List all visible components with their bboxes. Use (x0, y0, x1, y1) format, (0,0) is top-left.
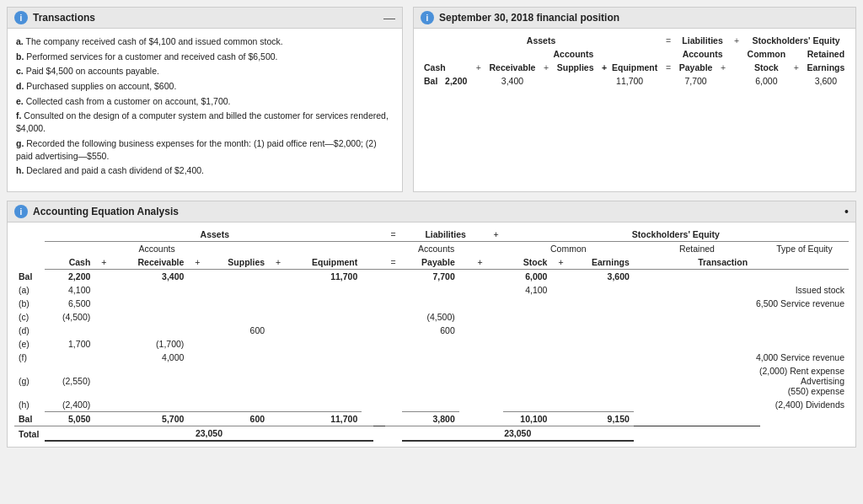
eq-e-cash: 1,700 (45, 337, 94, 351)
transactions-info-icon: i (14, 11, 28, 24)
accounting-equation-title: Accounting Equation Analysis (33, 206, 179, 217)
eq-f-label: (f) (14, 351, 45, 364)
transaction-h: h. Declared and paid a cash dividend of … (16, 164, 394, 177)
eq-row-h: (h) (2,400) (14, 398, 849, 412)
eq-common-label: Common (503, 242, 634, 256)
eq-c-payable: (4,500) (402, 310, 459, 324)
eq-f-type: 4,000 Service revenue (694, 351, 849, 364)
eq-bal2-label: Bal (14, 412, 45, 426)
eq-bal-label: Bal (14, 270, 45, 284)
eq-se-header: Stockholders' Equity (503, 228, 849, 242)
eq-col-headers: Cash + Receivable + Supplies + Equipment… (14, 255, 849, 270)
eq-bal2-cash: 5,050 (45, 412, 94, 426)
eq-supplies-col-header: Supplies (206, 255, 269, 270)
eq-d-payable: 600 (402, 324, 459, 337)
eq-row-c: (c) (4,500) (4, (14, 310, 849, 324)
eq-bal-stock: 6,000 (503, 270, 552, 284)
transaction-b: b. Performed services for a customer and… (16, 51, 394, 63)
eq-h-label: (h) (14, 398, 45, 412)
fin-bal-receivable: 3,400 (485, 74, 539, 88)
financial-position-header: i September 30, 2018 financial position (414, 8, 855, 29)
eq-row-f: (f) 4,000 (14, 351, 849, 364)
eq-bal2-equipment: 11,700 (287, 412, 362, 426)
financial-title: September 30, 2018 financial position (439, 12, 619, 24)
fin-cash-col: Cash (421, 61, 472, 74)
fin-supplies-col: Supplies (553, 61, 598, 74)
eq-row-a: (a) 4,100 (14, 283, 849, 297)
accounting-equation-panel: i Accounting Equation Analysis • Assets … (7, 201, 856, 448)
eq-main-header: Assets = Liabilities + Stockholders' Equ… (14, 228, 849, 242)
accounting-equation-header: i Accounting Equation Analysis • (8, 201, 855, 223)
bottom-panels: i Accounting Equation Analysis • Assets … (7, 201, 856, 448)
eq-bal-supplies (206, 270, 269, 284)
eq-c-cash: (4,500) (45, 310, 94, 324)
equation-table: Assets = Liabilities + Stockholders' Equ… (14, 228, 849, 442)
fin-bal-stock: 6,000 (743, 74, 790, 88)
fin-eq-sign: = (662, 34, 675, 47)
eq-retained-label: Retained (634, 242, 760, 256)
fin-header-row2: Accounts Accounts Common Retained (421, 47, 849, 61)
eq-g-cash: (2,550) (45, 364, 94, 398)
equation-info-icon: i (14, 205, 28, 218)
eq-bal2-payable: 3,800 (402, 412, 459, 426)
eq-h-cash: (2,400) (45, 398, 94, 412)
equation-wrapper: i Accounting Equation Analysis • Assets … (7, 201, 856, 448)
eq-bal-type (694, 270, 849, 284)
eq-e-type (694, 337, 849, 351)
eq-transaction-col-header: Transaction (694, 255, 849, 270)
fin-accounts-label (421, 47, 485, 61)
eq-a-cash: 4,100 (45, 283, 94, 297)
transactions-title: Transactions (33, 12, 95, 24)
eq-bal2-type (694, 412, 849, 426)
eq-f-receivable: 4,000 (113, 351, 188, 364)
eq-bal-row-1: Bal 2,200 3,400 11,700 (14, 270, 849, 284)
eq-bal2-earnings: 9,150 (571, 412, 634, 426)
eq-bal-payable: 7,700 (402, 270, 459, 284)
eq-liabilities-header: Liabilities (402, 228, 490, 242)
eq-g-label: (g) (14, 364, 45, 398)
equation-body: Assets = Liabilities + Stockholders' Equ… (8, 223, 855, 447)
transactions-minimize-button[interactable]: — (383, 11, 395, 24)
eq-bal-cash: 2,200 (45, 270, 94, 284)
transaction-g: g. Recorded the following business expen… (16, 137, 394, 162)
eq-accounts-label: Accounts (45, 242, 269, 256)
transactions-body: a. The company received cash of $4,100 a… (8, 29, 402, 186)
eq-d-label: (d) (14, 324, 45, 337)
fin-accounts-assets: Accounts (485, 47, 662, 61)
transaction-a: a. The company received cash of $4,100 a… (16, 35, 394, 48)
eq-row-e: (e) 1,700 (1,700) (14, 337, 849, 351)
eq-h-type: (2,400) Dividends (694, 398, 849, 412)
fin-bal-row: Bal 2,200 3,400 11,700 7,700 6,000 (421, 74, 849, 88)
fin-retained-label: Retained (803, 47, 849, 61)
eq-payable-col-header: Payable (402, 255, 459, 270)
eq-e-receivable: (1,700) (113, 337, 188, 351)
financial-position-panel: i September 30, 2018 financial position … (413, 7, 856, 192)
fin-accounts-payable-label: Accounts (675, 47, 730, 61)
transaction-f: f. Consulted on the design of a computer… (16, 110, 394, 134)
financial-info-icon: i (421, 11, 434, 24)
eq-row-b: (b) 6,500 (14, 297, 849, 310)
eq-type-label: Type of Equity (760, 242, 849, 256)
eq-bal-equipment: 11,700 (287, 270, 362, 284)
transaction-d: d. Purchased supplies on account, $600. (16, 80, 394, 93)
equation-dot-button[interactable]: • (844, 205, 849, 218)
eq-d-type (694, 324, 849, 337)
eq-receivable-col-header: Receivable (113, 255, 188, 270)
eq-payable-accounts-label: Accounts (402, 242, 471, 256)
fin-equipment-col: + Equipment (598, 61, 662, 74)
fin-earnings-col: Earnings (803, 61, 849, 74)
eq-c-type (694, 310, 849, 324)
fin-receivable-col: Receivable (485, 61, 539, 74)
eq-b-label: (b) (14, 297, 45, 310)
eq-earnings-col-header: Earnings (571, 255, 634, 270)
fin-payable-col: Payable (675, 61, 716, 74)
eq-d-supplies: 600 (206, 324, 269, 337)
fin-se-label: Stockholders' Equity (743, 34, 849, 47)
eq-b-type: 6,500 Service revenue (694, 297, 849, 310)
eq-a-label: (a) (14, 283, 45, 297)
fin-bal-label: Bal 2,200 (421, 74, 472, 88)
eq-bal2-receivable: 5,700 (113, 412, 188, 426)
eq-bal2-supplies: 600 (206, 412, 269, 426)
eq-cash-col-header: Cash (45, 255, 94, 270)
fin-header-row3: Cash + Receivable + Supplies + Equipment… (421, 61, 849, 74)
